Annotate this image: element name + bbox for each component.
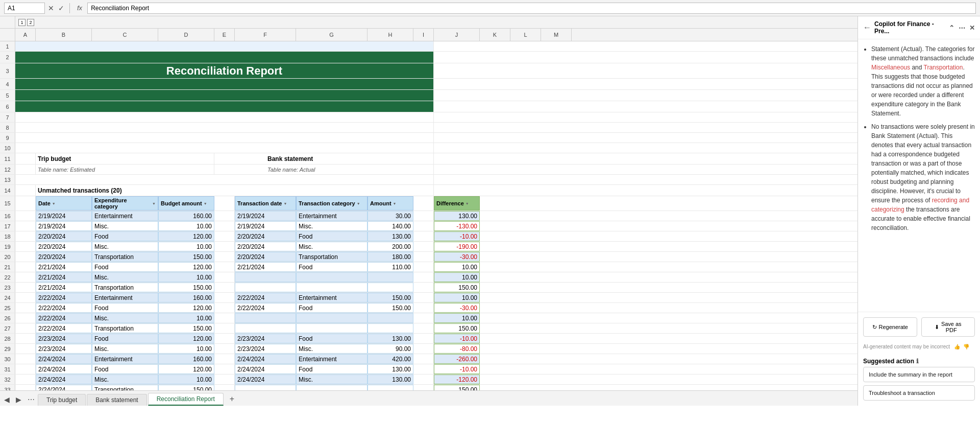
trip-cat-20[interactable]: Transportation: [92, 252, 158, 262]
col-header-j[interactable]: J: [434, 29, 480, 41]
bank-cat-22[interactable]: [296, 272, 368, 282]
cell-reference-box[interactable]: A1: [4, 3, 45, 14]
trip-amt-19[interactable]: 10.00: [158, 242, 214, 251]
col-header-a[interactable]: A: [15, 29, 36, 41]
trip-date-21[interactable]: 2/21/2024: [36, 262, 92, 272]
diff-16[interactable]: 130.00: [434, 211, 480, 221]
bank-cat-31[interactable]: Food: [296, 364, 368, 374]
trip-cat-30[interactable]: Entertainment: [92, 354, 158, 364]
diff-26[interactable]: 10.00: [434, 313, 480, 323]
trip-cat-32[interactable]: Misc.: [92, 375, 158, 384]
trip-date-18[interactable]: 2/20/2024: [36, 231, 92, 241]
bank-date-23[interactable]: [235, 283, 296, 292]
trip-amt-25[interactable]: 120.00: [158, 303, 214, 313]
bank-date-27[interactable]: [235, 323, 296, 333]
bank-amt-31[interactable]: 130.00: [368, 364, 413, 374]
diff-20[interactable]: -30.00: [434, 252, 480, 262]
bank-date-20[interactable]: 2/20/2024: [235, 252, 296, 262]
bank-cat-26[interactable]: [296, 313, 368, 323]
trip-date-30[interactable]: 2/24/2024: [36, 354, 92, 364]
trip-cat-24[interactable]: Entertainment: [92, 293, 158, 302]
trip-date-32[interactable]: 2/24/2024: [36, 375, 92, 384]
bank-cat-29[interactable]: Misc.: [296, 344, 368, 354]
trip-date-31[interactable]: 2/24/2024: [36, 364, 92, 374]
trip-amt-18[interactable]: 120.00: [158, 231, 214, 241]
bank-amt-16[interactable]: 30.00: [368, 211, 413, 221]
tab-reconciliation-report[interactable]: Reconciliation Report: [148, 393, 224, 406]
tab-nav-right[interactable]: ▶: [14, 395, 23, 404]
bank-date-31[interactable]: 2/24/2024: [235, 364, 296, 374]
trip-col-amount[interactable]: Budget amount: [158, 196, 214, 211]
bank-amt-17[interactable]: 140.00: [368, 221, 413, 231]
trip-cat-29[interactable]: Misc.: [92, 344, 158, 354]
trip-date-23[interactable]: 2/21/2024: [36, 283, 92, 292]
trip-date-29[interactable]: 2/23/2024: [36, 344, 92, 354]
suggested-action-2[interactable]: Troubleshoot a transaction: [863, 385, 975, 401]
trip-amt-16[interactable]: 160.00: [158, 211, 214, 221]
suggested-action-info-icon[interactable]: ℹ: [916, 358, 919, 365]
bank-amt-30[interactable]: 420.00: [368, 354, 413, 364]
trip-date-25[interactable]: 2/22/2024: [36, 303, 92, 313]
diff-17[interactable]: -130.00: [434, 221, 480, 231]
panel-back-button[interactable]: ←: [863, 23, 871, 32]
trip-cat-27[interactable]: Transportation: [92, 323, 158, 333]
diff-27[interactable]: 150.00: [434, 323, 480, 333]
bank-date-19[interactable]: 2/20/2024: [235, 242, 296, 251]
trip-amt-24[interactable]: 160.00: [158, 293, 214, 302]
bank-date-29[interactable]: 2/23/2024: [235, 344, 296, 354]
formula-input[interactable]: Reconciliation Report: [87, 3, 976, 14]
bank-amt-25[interactable]: 150.00: [368, 303, 413, 313]
trip-cat-28[interactable]: Food: [92, 334, 158, 343]
group-btn-1[interactable]: 1: [18, 19, 26, 26]
bank-date-21[interactable]: 2/21/2024: [235, 262, 296, 272]
trip-date-27[interactable]: 2/22/2024: [36, 323, 92, 333]
bank-cat-19[interactable]: Misc.: [296, 242, 368, 251]
trip-cat-19[interactable]: Misc.: [92, 242, 158, 251]
cell-9[interactable]: [15, 133, 434, 143]
trip-date-16[interactable]: 2/19/2024: [36, 211, 92, 221]
cell-13[interactable]: [15, 175, 434, 184]
bank-date-17[interactable]: 2/19/2024: [235, 221, 296, 231]
bank-date-32[interactable]: 2/24/2024: [235, 375, 296, 384]
panel-more-icon[interactable]: ⋯: [959, 24, 965, 32]
bank-cat-32[interactable]: Misc.: [296, 375, 368, 384]
col-header-d[interactable]: D: [158, 29, 214, 41]
trip-cat-17[interactable]: Misc.: [92, 221, 158, 231]
panel-close-icon[interactable]: ✕: [969, 24, 975, 32]
col-header-l[interactable]: L: [510, 29, 541, 41]
diff-21[interactable]: 10.00: [434, 262, 480, 272]
trip-cat-33[interactable]: Transportation: [92, 385, 158, 390]
panel-expand-icon[interactable]: ⌃: [949, 24, 954, 32]
trip-date-33[interactable]: 2/24/2024: [36, 385, 92, 390]
cell-8[interactable]: [15, 123, 434, 132]
bank-date-33[interactable]: [235, 385, 296, 390]
bank-amt-27[interactable]: [368, 323, 413, 333]
trip-amt-30[interactable]: 160.00: [158, 354, 214, 364]
diff-25[interactable]: -30.00: [434, 303, 480, 313]
diff-22[interactable]: 10.00: [434, 272, 480, 282]
bank-date-18[interactable]: 2/20/2024: [235, 231, 296, 241]
trip-date-24[interactable]: 2/22/2024: [36, 293, 92, 302]
trip-cat-16[interactable]: Entertainment: [92, 211, 158, 221]
bank-date-30[interactable]: 2/24/2024: [235, 354, 296, 364]
bank-amt-18[interactable]: 130.00: [368, 231, 413, 241]
diff-19[interactable]: -190.00: [434, 242, 480, 251]
trip-amt-27[interactable]: 150.00: [158, 323, 214, 333]
trip-cat-23[interactable]: Transportation: [92, 283, 158, 292]
trip-amt-32[interactable]: 10.00: [158, 375, 214, 384]
save-pdf-button[interactable]: ⬇ Save asPDF: [921, 317, 975, 337]
bank-cat-28[interactable]: Food: [296, 334, 368, 343]
diff-32[interactable]: -120.00: [434, 375, 480, 384]
bank-amt-20[interactable]: 180.00: [368, 252, 413, 262]
bank-amt-21[interactable]: 110.00: [368, 262, 413, 272]
diff-30[interactable]: -260.00: [434, 354, 480, 364]
trip-col-category[interactable]: Expenditure category: [92, 196, 158, 211]
trip-amt-33[interactable]: 150.00: [158, 385, 214, 390]
col-header-e[interactable]: E: [214, 29, 235, 41]
bank-date-16[interactable]: 2/19/2024: [235, 211, 296, 221]
col-header-h[interactable]: H: [368, 29, 413, 41]
tab-nav-dots[interactable]: ⋯: [26, 395, 37, 404]
bank-amt-28[interactable]: 130.00: [368, 334, 413, 343]
diff-23[interactable]: 150.00: [434, 283, 480, 292]
diff-24[interactable]: 10.00: [434, 293, 480, 302]
